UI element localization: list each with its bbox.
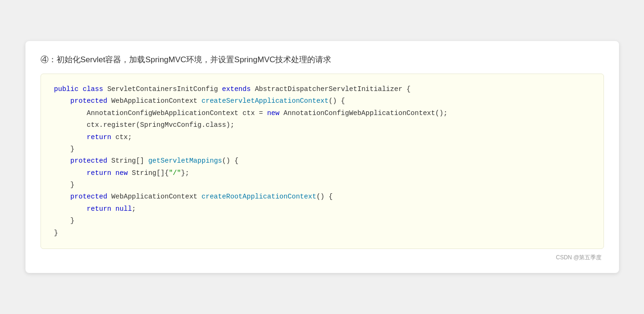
footer-text: CSDN @第五季度: [41, 254, 604, 262]
code-token: ;: [132, 205, 136, 213]
code-token: return: [54, 205, 116, 213]
code-block: public class ServletContainersInitConfig…: [41, 74, 604, 249]
code-token: getServletMappings: [148, 157, 222, 165]
code-token: ServletContainersInitConfig: [107, 85, 222, 93]
code-line: ctx.register(SpringMvcConfig.class);: [54, 119, 590, 131]
code-line: return ctx;: [54, 132, 590, 143]
code-token: "/": [169, 169, 181, 177]
code-token: new: [115, 169, 132, 177]
code-token: String[]: [111, 157, 148, 165]
code-token: AnnotationConfigWebApplicationContext();: [284, 109, 448, 117]
code-token: };: [181, 169, 189, 177]
code-token: () {: [222, 157, 238, 165]
code-token: class: [82, 85, 107, 93]
code-token: new: [267, 109, 284, 117]
code-token: }: [54, 217, 75, 224]
code-line: }: [54, 215, 590, 227]
code-token: String[]{: [132, 169, 169, 177]
code-token: protected: [54, 193, 112, 200]
code-line: return null;: [54, 203, 590, 215]
code-token: public: [54, 85, 83, 93]
code-token: protected: [54, 97, 112, 105]
code-token: () {: [316, 193, 333, 200]
code-token: }: [54, 181, 75, 189]
section-title: ④：初始化Servlet容器，加载SpringMVC环境，并设置SpringMV…: [41, 54, 604, 65]
code-line: }: [54, 179, 590, 191]
code-token: () {: [329, 97, 345, 105]
code-token: }: [54, 229, 58, 237]
code-token: createServletApplicationContext: [202, 97, 329, 105]
code-line: public class ServletContainersInitConfig…: [54, 83, 590, 95]
code-token: AbstractDispatcherServletInitializer {: [255, 85, 411, 93]
code-token: protected: [54, 157, 112, 165]
code-token: createRootApplicationContext: [202, 193, 317, 200]
code-token: ctx.register(SpringMvcConfig.class);: [54, 121, 235, 129]
code-token: return: [54, 133, 116, 141]
code-token: WebApplicationContext: [111, 97, 201, 105]
code-token: return: [54, 169, 116, 177]
main-card: ④：初始化Servlet容器，加载SpringMVC环境，并设置SpringMV…: [25, 41, 619, 273]
code-line: protected WebApplicationContext createSe…: [54, 95, 590, 107]
code-token: ctx;: [115, 133, 132, 141]
code-line: protected String[] getServletMappings() …: [54, 155, 590, 167]
code-token: AnnotationConfigWebApplicationContext ct…: [54, 109, 267, 117]
code-line: }: [54, 143, 590, 155]
code-token: WebApplicationContext: [111, 193, 201, 200]
code-token: null: [115, 205, 132, 213]
code-line: AnnotationConfigWebApplicationContext ct…: [54, 107, 590, 119]
code-token: }: [54, 145, 75, 153]
code-line: return new String[]{"/"};: [54, 167, 590, 179]
code-token: extends: [222, 85, 255, 93]
code-line: }: [54, 227, 590, 239]
code-line: protected WebApplicationContext createRo…: [54, 191, 590, 203]
